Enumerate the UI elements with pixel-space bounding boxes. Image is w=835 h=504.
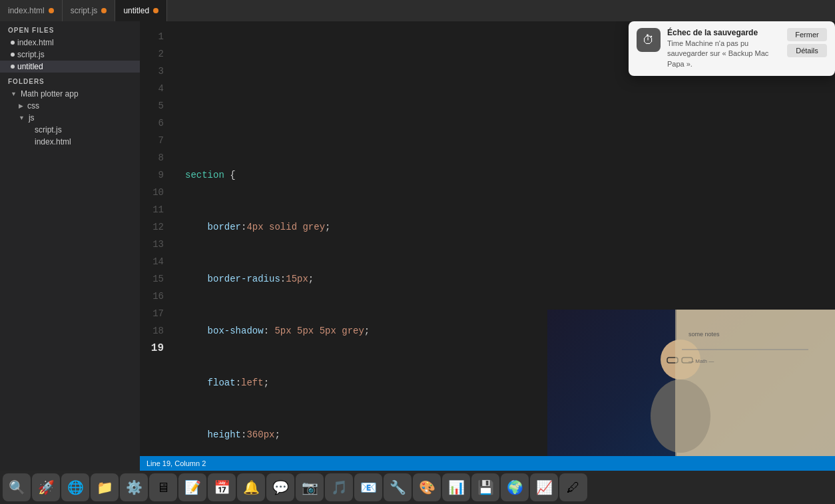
tab-label: script.js <box>71 6 98 15</box>
line-num: 1 <box>140 28 164 45</box>
file-label: script.js <box>35 125 62 134</box>
notification-icon: ⏱ <box>637 28 661 52</box>
sidebar-item-untitled[interactable]: untitled <box>0 61 140 73</box>
tab-script-js[interactable]: script.js <box>63 0 116 21</box>
dock-item-photos[interactable]: 📷 <box>296 473 324 501</box>
file-label: index.html <box>35 137 71 146</box>
dock-item-messages[interactable]: 💬 <box>266 473 294 501</box>
sidebar-file-script-js[interactable]: script.js <box>0 124 140 136</box>
line-num: 5 <box>140 97 164 115</box>
folder-name: Math plotter app <box>21 89 79 99</box>
dock-item-chart[interactable]: 📈 <box>530 473 558 501</box>
line-num: 12 <box>140 218 164 236</box>
notification-popup: ⏱ Échec de la sauvegarde Time Machine n'… <box>629 21 835 76</box>
file-dot-icon <box>11 53 15 57</box>
notification-title: Échec de la sauvegarde <box>667 28 780 37</box>
folder-name: css <box>27 101 39 111</box>
dock-item-music[interactable]: 🎵 <box>325 473 353 501</box>
line-num: 18 <box>140 322 164 340</box>
status-bar: Line 19, Column 2 <box>140 456 835 471</box>
folders-title: FOLDERS <box>0 73 140 88</box>
whiteboard-marks: some notes — Math — <box>675 310 835 456</box>
sidebar-item-index-html[interactable]: index.html <box>0 37 140 49</box>
tab-bar: index.html script.js untitled <box>0 0 835 21</box>
tab-label: index.html <box>8 6 45 15</box>
line-num: 11 <box>140 201 164 218</box>
main-area: OPEN FILES index.html script.js untitled… <box>0 21 835 471</box>
sidebar-folder-css[interactable]: ▶ css <box>0 100 140 112</box>
open-files-title: OPEN FILES <box>0 21 140 37</box>
line-num: 4 <box>140 80 164 97</box>
file-dot-icon <box>11 65 15 69</box>
webcam-overlay: some notes — Math — <box>547 310 835 456</box>
notification-details-button[interactable]: Détails <box>787 44 827 57</box>
folder-name: js <box>29 113 35 123</box>
editor-area: ⏱ Échec de la sauvegarde Time Machine n'… <box>140 21 835 471</box>
arrow-down-icon: ▼ <box>19 115 25 121</box>
sidebar-file-label: untitled <box>17 62 43 71</box>
dock-item-display[interactable]: 🖥 <box>149 473 177 501</box>
sidebar-file-label: index.html <box>17 38 54 47</box>
dock-item-photoshop[interactable]: 🎨 <box>413 473 441 501</box>
dock-item-settings[interactable]: ⚙️ <box>120 473 148 501</box>
dock-item-mail[interactable]: 📧 <box>354 473 382 501</box>
arrow-down-icon: ▼ <box>11 91 17 97</box>
code-line-4: border:4px solid grey; <box>185 218 822 236</box>
code-line-2 <box>185 115 822 132</box>
line-num: 10 <box>140 184 164 201</box>
line-num: 15 <box>140 270 164 288</box>
dock-item-storage[interactable]: 💾 <box>471 473 499 501</box>
webcam-video: some notes — Math — <box>547 310 835 456</box>
notification-close-button[interactable]: Fermer <box>787 28 827 41</box>
dock-item-notes[interactable]: 📝 <box>178 473 206 501</box>
dock-item-launchpad[interactable]: 🚀 <box>32 473 60 501</box>
notification-text: Time Machine n'a pas pu sauvegarder sur … <box>667 39 780 69</box>
dock-item-tools[interactable]: 🔧 <box>384 473 412 501</box>
line-num: 3 <box>140 63 164 80</box>
svg-text:— Math —: — Math — <box>689 358 714 364</box>
sidebar-item-script-js[interactable]: script.js <box>0 49 140 61</box>
line-num: 7 <box>140 132 164 149</box>
arrow-right-icon: ▶ <box>19 103 23 109</box>
tab-dot <box>49 8 54 13</box>
dock-item-editor[interactable]: 🖊 <box>559 473 587 501</box>
notification-body: Échec de la sauvegarde Time Machine n'a … <box>667 28 780 69</box>
sidebar: OPEN FILES index.html script.js untitled… <box>0 21 140 471</box>
dock-item-finder[interactable]: 🔍 <box>3 473 31 501</box>
sidebar-folder-js[interactable]: ▼ js <box>0 112 140 124</box>
tab-untitled[interactable]: untitled <box>115 0 167 21</box>
line-num: 16 <box>140 288 164 305</box>
code-line-5: border-radius:15px; <box>185 270 822 288</box>
sidebar-folder-math-plotter[interactable]: ▼ Math plotter app <box>0 88 140 100</box>
code-line-3: section { <box>185 166 822 184</box>
line-num: 2 <box>140 45 164 63</box>
file-dot-icon <box>11 41 15 45</box>
line-num: 17 <box>140 305 164 322</box>
sidebar-file-index-html[interactable]: index.html <box>0 136 140 148</box>
line-num: 13 <box>140 236 164 253</box>
dock: 🔍 🚀 🌐 📁 ⚙️ 🖥 📝 📅 🔔 💬 📷 🎵 📧 🔧 🎨 📊 💾 🌍 📈 🖊 <box>0 471 835 504</box>
dock-item-files[interactable]: 📁 <box>91 473 119 501</box>
tab-dot <box>153 8 158 13</box>
dock-item-notifications[interactable]: 🔔 <box>237 473 265 501</box>
sidebar-file-label: script.js <box>17 50 45 59</box>
tab-label: untitled <box>123 6 149 15</box>
tab-index-html[interactable]: index.html <box>0 0 63 21</box>
dock-item-calendar[interactable]: 📅 <box>208 473 236 501</box>
notification-actions: Fermer Détails <box>787 28 827 57</box>
svg-text:some notes: some notes <box>689 331 720 338</box>
line-num: 9 <box>140 166 164 184</box>
status-text: Line 19, Column 2 <box>146 459 206 467</box>
dock-item-spreadsheet[interactable]: 📊 <box>442 473 470 501</box>
line-numbers: 1 2 3 4 5 6 7 8 9 10 11 12 13 14 15 16 1… <box>140 21 172 456</box>
tab-dot <box>101 8 107 13</box>
dock-item-safari[interactable]: 🌐 <box>61 473 89 501</box>
line-num: 8 <box>140 149 164 166</box>
line-num: 14 <box>140 253 164 270</box>
line-num-current: 19 <box>140 340 164 357</box>
line-num: 6 <box>140 115 164 132</box>
dock-item-browser[interactable]: 🌍 <box>501 473 529 501</box>
